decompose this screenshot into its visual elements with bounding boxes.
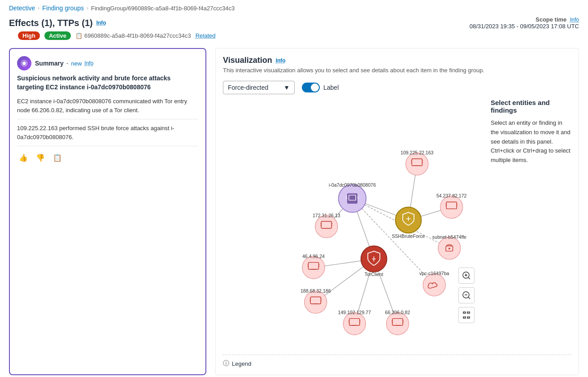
node-ip46[interactable]	[302, 256, 325, 279]
scope-time-info[interactable]: Info	[570, 17, 579, 23]
breadcrumb-finding-groups[interactable]: Finding groups	[42, 4, 84, 12]
related-link[interactable]: Related	[196, 32, 216, 39]
scope-time-label: Scope time	[536, 16, 566, 23]
viz-content: i-0a7dc0970b0808076 TorClient	[223, 99, 571, 350]
svg-rect-8	[463, 312, 466, 313]
subnet-lock-dot	[449, 248, 450, 250]
summary-divider	[17, 119, 198, 119]
copy-icon: 📋	[75, 32, 83, 39]
scope-time-value: 08/31/2023 19:35 - 09/05/2023 17:08 UTC	[470, 23, 579, 30]
thumbs-down-button[interactable]: 👎	[34, 153, 47, 163]
label-ip66: 66.206.0.82	[385, 310, 410, 315]
viz-sidebar-text: Select an entity or finding in the visua…	[491, 118, 571, 165]
label-torclient: TorClient	[365, 272, 383, 277]
fit-icon	[462, 311, 471, 320]
summary-new-label: new	[71, 60, 82, 67]
svg-line-4	[468, 277, 470, 279]
zoom-out-icon	[462, 291, 471, 300]
zoom-in-button[interactable]	[458, 267, 475, 284]
summary-header: Summary - new Info	[17, 56, 198, 70]
node-ip66[interactable]	[386, 312, 409, 335]
label-ip149: 149.102.129.77	[338, 310, 371, 315]
label-subnet: subnet-b5474ffe	[432, 234, 466, 240]
viz-toolbar: Force-directed ▼ Label	[223, 81, 571, 94]
viz-title: Visualization Info	[223, 56, 571, 65]
summary-heading: Suspicious network activity and brute fo…	[17, 74, 198, 92]
page-title: Effects (1), TTPs (1)	[9, 18, 93, 28]
thumbs-up-button[interactable]: 👍	[17, 153, 30, 163]
summary-text-1: EC2 instance i-0a7dc0970b0808076 communi…	[17, 97, 198, 114]
breadcrumb-sep-2: ›	[87, 5, 88, 11]
svg-line-7	[468, 297, 470, 299]
viz-panel: Visualization Info This interactive visu…	[215, 48, 579, 375]
viz-description: This interactive visualization allows yo…	[223, 67, 571, 74]
main-layout: Summary - new Info Suspicious network ac…	[0, 48, 588, 375]
label-ip109: 109.225.22.163	[401, 150, 434, 155]
breadcrumb: Detective › Finding groups › FindingGrou…	[0, 0, 588, 16]
label-ip172: 172.31.26.13	[313, 213, 340, 218]
legend-label: Legend	[232, 360, 251, 367]
label-ip188: 188.68.32.186	[301, 288, 331, 294]
layout-selected-label: Force-directed	[228, 84, 268, 91]
viz-legend[interactable]: ⓘ Legend	[223, 355, 571, 368]
legend-icon: ⓘ	[223, 359, 229, 368]
viz-sidebar: Select entities and findings Select an e…	[482, 99, 571, 350]
breadcrumb-sep-1: ›	[38, 5, 39, 11]
summary-title-row: Summary - new Info	[35, 60, 93, 67]
node-ip54[interactable]	[440, 196, 463, 219]
header-info-link[interactable]: Info	[96, 20, 106, 26]
svg-rect-10	[463, 317, 466, 318]
svg-rect-11	[467, 317, 470, 318]
chevron-down-icon: ▼	[283, 84, 290, 91]
summary-divider-2	[17, 146, 198, 146]
viz-graph[interactable]: i-0a7dc0970b0808076 TorClient	[223, 99, 482, 350]
node-ip109[interactable]	[406, 153, 428, 175]
toggle-label: Label	[323, 84, 339, 91]
label-ip46: 46.4.96.24	[302, 254, 325, 259]
node-vpc[interactable]	[423, 274, 445, 296]
scope-time: Scope time Info 08/31/2023 19:35 - 09/05…	[470, 16, 579, 30]
viz-title-text: Visualization	[223, 56, 272, 65]
group-id-row: 📋 6960889c-a5a8-4f1b-8069-f4a27ccc34c3	[75, 32, 191, 39]
viz-info-link[interactable]: Info	[276, 57, 286, 64]
zoom-in-icon	[462, 271, 471, 280]
label-toggle[interactable]	[302, 83, 320, 92]
copy-button[interactable]: 📋	[51, 153, 64, 163]
header-title-row: Effects (1), TTPs (1) Info	[9, 18, 106, 28]
label-sshbrute: SSHBruteForce	[392, 233, 425, 239]
node-ip172[interactable]	[315, 215, 338, 238]
label-vpc: vpc-c16497ba	[419, 271, 449, 276]
badge-active: Active	[44, 31, 71, 40]
fit-button[interactable]	[458, 307, 475, 323]
summary-label: Summary	[35, 60, 64, 67]
viz-sidebar-title: Select entities and findings	[491, 99, 571, 114]
summary-text-2: 109.225.22.163 performed SSH brute force…	[17, 124, 198, 141]
summary-actions: 👍 👎 📋	[17, 151, 198, 163]
zoom-controls	[458, 267, 475, 323]
layout-select[interactable]: Force-directed ▼	[223, 81, 295, 94]
summary-card: Summary - new Info Suspicious network ac…	[9, 48, 206, 375]
page-header: Effects (1), TTPs (1) Info Scope time In…	[0, 16, 588, 48]
toggle-knob	[311, 83, 319, 92]
graph-svg: i-0a7dc0970b0808076 TorClient	[223, 99, 482, 350]
badge-high: High	[18, 31, 40, 40]
breadcrumb-detective[interactable]: Detective	[9, 4, 35, 12]
label-ip54: 54.237.82.172	[436, 193, 467, 198]
zoom-out-button[interactable]	[458, 287, 475, 303]
label-toggle-container: Label	[302, 83, 339, 92]
breadcrumb-current: FindingGroup/6960889c-a5a8-4f1b-8069-f4a…	[91, 5, 235, 12]
label-ec2: i-0a7dc0970b0808076	[329, 182, 376, 188]
svg-rect-9	[467, 312, 470, 313]
node-ip149[interactable]	[343, 312, 366, 335]
sub-header: High Active 📋 6960889c-a5a8-4f1b-8069-f4…	[9, 30, 579, 44]
group-id-text: 6960889c-a5a8-4f1b-8069-f4a27ccc34c3	[84, 32, 191, 39]
summary-icon	[17, 56, 31, 70]
summary-info-link[interactable]: Info	[84, 60, 93, 66]
node-ip188[interactable]	[305, 291, 327, 313]
